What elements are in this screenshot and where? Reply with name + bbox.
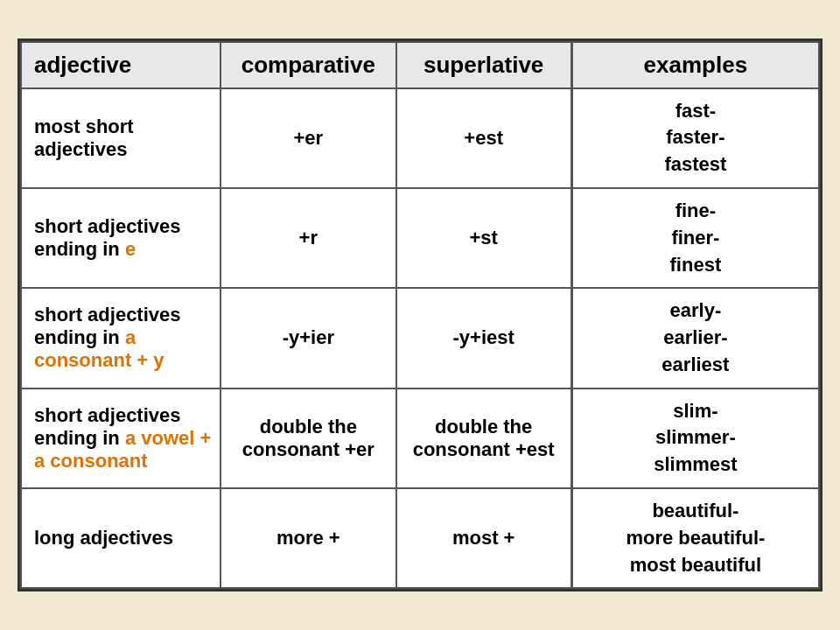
examples-cell: slim- slimmer- slimmest — [571, 388, 819, 488]
superlative-cell: +est — [396, 88, 572, 188]
comparative-cell: double the consonant +er — [220, 388, 396, 488]
adjective-prefix: short adjectives ending in — [34, 215, 181, 260]
table-row: long adjectives more + most + beautiful-… — [21, 488, 819, 588]
comparative-cell: +er — [220, 88, 396, 188]
header-superlative: superlative — [396, 42, 572, 88]
table-row: short adjectives ending in a consonant +… — [21, 288, 819, 388]
comparative-cell: -y+ier — [220, 288, 396, 388]
header-adjective: adjective — [21, 42, 220, 88]
table-row: most short adjectives +er +est fast- fas… — [21, 88, 819, 188]
adjective-cell: long adjectives — [21, 488, 220, 588]
examples-cell: fast- faster- fastest — [571, 88, 819, 188]
table-row: short adjectives ending in a vowel + a c… — [21, 388, 819, 488]
adjective-cell: short adjectives ending in a consonant +… — [21, 288, 220, 388]
grammar-table: adjective comparative superlative exampl… — [18, 38, 822, 592]
adjective-cell: most short adjectives — [21, 88, 220, 188]
superlative-cell: +st — [396, 188, 572, 288]
table-header: adjective comparative superlative exampl… — [21, 42, 819, 88]
adjective-cell: short adjectives ending in e — [21, 188, 220, 288]
examples-cell: fine- finer- finest — [571, 188, 819, 288]
examples-cell: beautiful- more beautiful- most beautifu… — [571, 488, 819, 588]
comparative-cell: +r — [220, 188, 396, 288]
table-row: short adjectives ending in e +r +st fine… — [21, 188, 819, 288]
header-comparative: comparative — [220, 42, 396, 88]
adjective-prefix: short adjectives ending in — [34, 304, 181, 348]
superlative-cell: double the consonant +est — [396, 388, 572, 488]
examples-cell: early- earlier- earliest — [571, 288, 819, 388]
header-examples: examples — [571, 42, 819, 88]
comparative-cell: more + — [220, 488, 396, 588]
superlative-cell: -y+iest — [396, 288, 572, 388]
adjective-cell: short adjectives ending in a vowel + a c… — [21, 388, 220, 488]
superlative-cell: most + — [396, 488, 572, 588]
adjective-highlight: e — [125, 238, 136, 260]
